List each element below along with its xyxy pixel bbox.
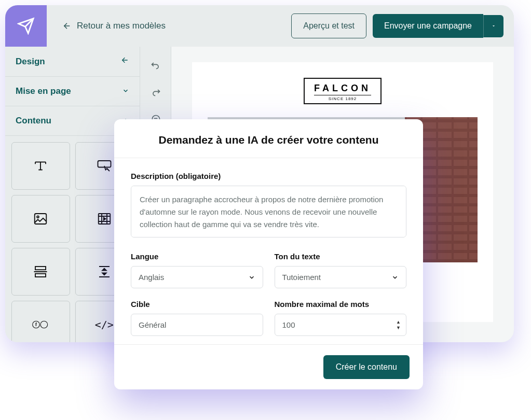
spacer-icon [97,264,112,279]
maxwords-value[interactable] [282,314,397,335]
layout-label: Mise en page [16,86,71,96]
chevron-down-icon [391,274,399,281]
back-to-templates[interactable]: Retour à mes modèles [62,21,166,31]
cursor-icon [97,158,112,174]
modal-title: Demandez à une IA de créer votre contenu [114,119,423,158]
language-select[interactable]: Anglais [131,266,263,288]
text-icon [33,158,48,174]
target-input[interactable] [131,314,263,336]
brand-name: FALCON [314,83,371,94]
send-campaign-dropdown[interactable] [483,15,503,37]
svg-point-2 [37,216,39,218]
number-stepper[interactable]: ▲ ▼ [396,319,401,330]
undo-button[interactable] [140,52,171,79]
video-icon [97,211,112,227]
html-icon: </> [95,318,114,331]
svg-rect-1 [35,214,47,224]
top-bar: Retour à mes modèles Aperçu et test Envo… [5,5,514,47]
preview-test-button[interactable]: Aperçu et test [291,13,366,38]
target-label: Cible [131,300,263,309]
redo-button[interactable] [140,79,171,106]
tone-select[interactable]: Tutoiement [275,266,407,288]
accordion-layout[interactable]: Mise en page [5,77,140,106]
back-label: Retour à mes modèles [77,21,166,31]
divider-icon [33,264,48,279]
undo-icon [151,60,161,71]
block-divider[interactable] [11,248,70,296]
collapse-icon [121,56,129,67]
arrow-left-icon [62,21,72,31]
create-content-button[interactable]: Créer le contenu [323,355,410,379]
description-label: Description (obligatoire) [131,172,406,180]
paper-plane-icon [17,17,35,35]
block-text[interactable] [11,142,70,190]
app-logo[interactable] [5,5,47,47]
block-social[interactable]: f [11,301,70,342]
content-label: Contenu [16,116,51,126]
chevron-down-icon [248,274,255,281]
svg-text:f: f [35,322,37,327]
caret-down-icon [491,23,496,29]
maxwords-input[interactable]: ▲ ▼ [275,314,407,336]
ai-content-modal: Demandez à une IA de créer votre contenu… [114,119,423,389]
svg-point-7 [40,321,48,328]
redo-icon [151,87,161,97]
chevron-down-icon [122,87,129,95]
step-down-icon[interactable]: ▼ [396,325,401,330]
tone-label: Ton du texte [275,252,407,261]
image-icon [33,211,48,227]
brand-tagline: SINCE 1892 [314,95,371,101]
block-image[interactable] [11,195,70,243]
description-textarea[interactable] [131,186,406,237]
brand-logo: FALCON SINCE 1892 [304,78,382,104]
send-campaign-button[interactable]: Envoyer une campagne [373,14,483,38]
tone-value: Tutoiement [282,273,321,282]
accordion-design[interactable]: Design [5,47,140,77]
social-icon: f [32,319,49,330]
maxwords-label: Nombre maximal de mots [275,300,407,309]
svg-rect-4 [35,267,46,270]
language-value: Anglais [139,273,164,282]
svg-rect-5 [35,274,46,277]
design-label: Design [16,57,45,67]
language-label: Langue [131,252,263,261]
step-up-icon[interactable]: ▲ [396,319,401,325]
